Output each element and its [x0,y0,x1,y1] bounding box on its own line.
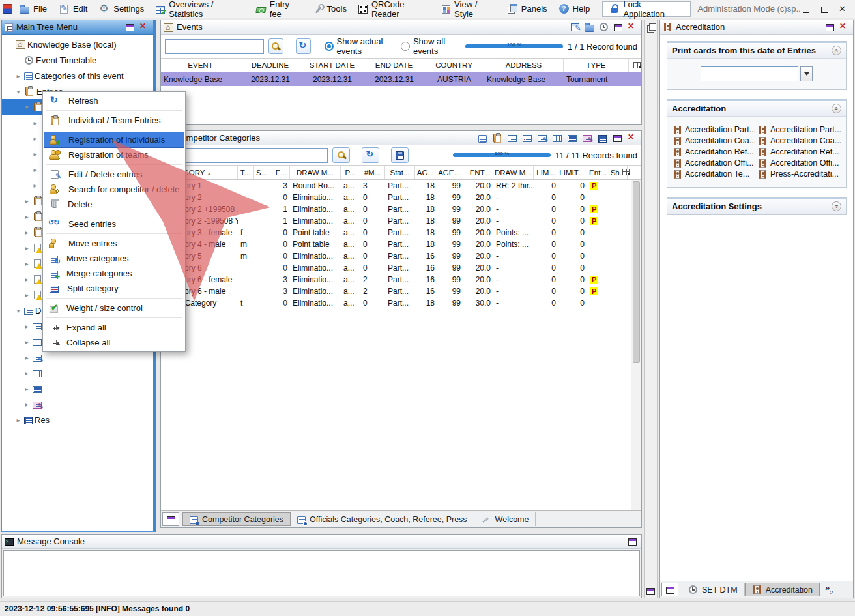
title-tool-table-columns-icon[interactable] [551,132,564,144]
context-menu-item-search-for-competitor-delete[interactable]: Search for competitor / delete [44,182,184,197]
title-tool-folder-icon[interactable] [583,22,596,33]
print-date-dropdown-button[interactable] [800,66,813,81]
menubar-item-panels[interactable]: Panels [501,2,553,16]
expander-right-icon[interactable]: ▸ [23,260,31,267]
tree-item-event-timetable[interactable]: Event Timetable [2,52,153,68]
tab-officials-categories-coach-referee-press[interactable]: Officials Categories, Coach, Referee, Pr… [291,512,474,526]
tree-item-knowledge-base-local[interactable]: Knowledge Base (local) [2,37,153,52]
tab-strip-window-icon[interactable] [162,512,179,526]
title-tool-table-rows-icon[interactable] [566,132,579,144]
menubar-item-qrcode-reader[interactable]: QRCode Reader [353,0,436,21]
accreditation-button-accreditation-te[interactable]: Accreditation Te... [673,169,755,179]
scrollbar-thumb[interactable] [633,181,640,363]
menubar-item-view-style[interactable]: View / Style [436,0,501,21]
context-menu-item-seed-entries[interactable]: Seed entries [44,216,184,231]
chevron-down-icon[interactable] [832,201,841,211]
expander-right-icon[interactable]: ▸ [31,119,39,126]
title-tool-table-edit-icon[interactable] [536,132,549,144]
column-header-address[interactable]: ADDRESS [484,59,564,72]
title-tool-list-view-icon[interactable] [596,132,609,144]
close-panel-button[interactable] [138,22,151,33]
context-menu-item-registration-of-teams[interactable]: Registration of teams [44,147,184,162]
column-header-p[interactable]: P... [341,166,360,179]
column-header-country[interactable]: COUNTRY [424,59,484,72]
expander-right-icon[interactable]: ▸ [31,166,39,173]
tree-item-res[interactable]: ▸Res [2,412,153,428]
title-tool-form-edit-icon[interactable] [568,22,581,33]
window-icon[interactable] [646,588,655,595]
context-menu-item-expand-all[interactable]: Expand all [44,320,184,335]
accreditation-button-accreditation-part[interactable]: Accreditation Part... [673,125,755,135]
title-tool-copy-icon[interactable] [476,132,489,144]
expander-right-icon[interactable]: ▸ [23,354,31,361]
categories-search-button[interactable] [332,147,350,163]
column-header-age[interactable]: AGE... [437,166,463,179]
categories-refresh-button[interactable] [362,147,379,163]
accreditation-button-accreditation-ref[interactable]: Accreditation Ref... [673,147,755,157]
close-panel-button[interactable] [837,22,850,33]
menubar-item-edit[interactable]: Edit [53,2,93,16]
events-search-button[interactable] [268,38,283,54]
maximize-panel-button[interactable] [123,22,136,33]
tab-accreditation[interactable]: Accreditation [745,583,820,596]
tab-competitor-categories[interactable]: Competitor Categories [182,512,291,526]
events-refresh-button[interactable] [296,38,311,54]
expander-right-icon[interactable]: ▸ [23,385,31,392]
minimize-icon[interactable] [802,5,811,14]
table-row[interactable]: Category 2 -199508 Y...1Eliminatio...a..… [161,215,641,227]
tab-set-dtm[interactable]: SET DTM [682,583,745,596]
menubar-item-overviews-statistics[interactable]: Overviews / Statistics [150,0,250,21]
events-search-input[interactable] [165,39,264,54]
context-menu-item-delete[interactable]: Delete [44,197,184,212]
lock-application-button[interactable]: Lock Application [602,1,691,17]
table-row[interactable]: Knowledge Base2023.12.312023.12.312023.1… [161,72,641,86]
column-header-e[interactable]: E... [270,166,290,179]
table-row[interactable]: Team Categoryt0Eliminatio...a...0Part...… [161,297,641,309]
table-row[interactable]: Category 13Round Ro...a...3Part...189920… [161,180,641,192]
context-menu-item-collapse-all[interactable]: Collapse all [44,335,184,350]
title-tool-list-numbered-icon[interactable] [521,132,534,144]
expander-right-icon[interactable]: ▸ [31,182,39,189]
console-output[interactable] [3,550,640,596]
menubar-item-help[interactable]: Help [553,2,596,16]
categories-save-button[interactable] [391,147,409,163]
chevron-up-icon[interactable] [832,104,841,113]
accreditation-button-accreditation-coa[interactable]: Accreditation Coa... [673,136,755,146]
radio-show-actual-events[interactable]: Show actual events [325,37,396,56]
column-header-draw-m[interactable]: DRAW M... [290,166,341,179]
column-header-type[interactable]: TYPE [564,59,629,72]
expander-right-icon[interactable]: ▸ [23,276,31,283]
column-chooser-icon[interactable] [622,169,630,175]
context-menu-item-registration-of-individuals[interactable]: Registration of individuals [44,132,184,147]
tab-strip-window-icon[interactable] [661,583,678,596]
column-header-stat[interactable]: Stat... [385,166,415,179]
maximize-icon[interactable] [820,5,829,14]
accreditation-button-accreditation-offi[interactable]: Accreditation Offi... [673,158,755,168]
column-chooser-icon[interactable] [633,62,641,68]
title-tool-list-remove-icon[interactable] [506,132,519,144]
radio-show-all-events[interactable]: Show all events [401,37,461,56]
column-header-limit[interactable]: LIMIT... [558,166,587,179]
tab-welcome[interactable]: Welcome [474,512,536,526]
expander-right-icon[interactable]: ▸ [23,244,31,252]
table-row[interactable]: Category 4 - malem0Point tablea...0Part.… [161,239,641,250]
title-tool-clock-icon[interactable] [597,22,610,33]
menubar-item-file[interactable]: File [14,2,53,16]
expander-right-icon[interactable]: ▸ [31,151,39,158]
table-row[interactable]: Category 6 - male3Eliminatio...a...2Part… [161,286,641,297]
table-row[interactable]: Category 20Eliminatio...a...0Part...1899… [161,192,641,203]
column-header-t[interactable]: T... [238,166,254,179]
table-row[interactable]: Category 2 +199508 ...1Eliminatio...a...… [161,203,641,215]
context-menu-item-individual-team-entries[interactable]: Individual / Team Entries [44,113,184,128]
maximize-panel-button[interactable] [823,22,836,33]
accreditation-button-accreditation-coa[interactable]: Accreditation Coa... [758,136,841,146]
context-menu-item-split-category[interactable]: Split category [44,281,184,296]
expander-right-icon[interactable]: ▸ [14,72,22,80]
tree-item-item[interactable]: ▸ [2,365,153,381]
menubar-item-tools[interactable]: Tools [307,2,353,16]
column-header-end-date[interactable]: END DATE [364,59,424,72]
categories-search-input[interactable] [165,148,328,163]
expander-right-icon[interactable]: ▸ [23,213,31,220]
column-header-lim[interactable]: LIM... [534,166,558,179]
maximize-panel-button[interactable] [611,22,624,33]
